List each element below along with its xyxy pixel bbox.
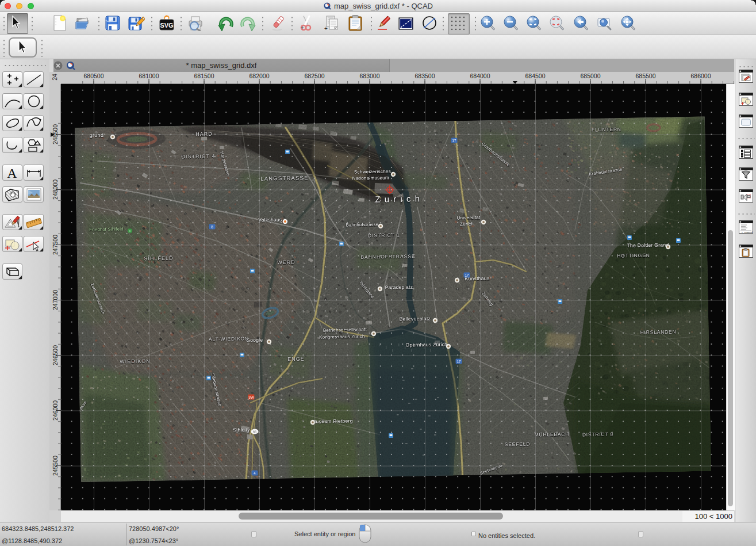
svg-text:HOTTINGEN: HOTTINGEN [617, 253, 650, 259]
svg-text:+: + [129, 229, 131, 232]
svg-text:Schweizerisches: Schweizerisches [354, 169, 391, 174]
svg-text:683500: 683500 [415, 72, 435, 79]
svg-text:Bellevueplatz: Bellevueplatz [400, 316, 431, 322]
svg-text:FLUNTERN: FLUNTERN [592, 127, 621, 133]
svg-text:Kongresshaus Zürich: Kongresshaus Zürich [319, 334, 365, 339]
svg-text:DISTRICT 1: DISTRICT 1 [368, 232, 400, 238]
svg-text:BAHNHOFSTRASSE: BAHNHOFSTRASSE [360, 253, 415, 260]
svg-text:A: A [7, 166, 17, 181]
svg-text:682500: 682500 [304, 72, 324, 79]
svg-text:HARD: HARD [195, 131, 213, 138]
svg-text:686000: 686000 [690, 72, 711, 79]
svg-text:Friedhof Sihlfeld: Friedhof Sihlfeld [89, 227, 123, 232]
svg-text:WERD: WERD [277, 259, 296, 266]
svg-text:Museum Rietberg: Museum Rietberg [312, 418, 353, 424]
svg-text:3W: 3W [248, 395, 255, 399]
svg-text:ALT-WIEDIKON: ALT-WIEDIKON [209, 335, 249, 342]
svg-text:+: + [324, 25, 328, 32]
svg-text:684500: 684500 [525, 72, 545, 79]
svg-text:682000: 682000 [249, 72, 269, 79]
svg-text:DISTRICT 4: DISTRICT 4 [181, 153, 215, 159]
svg-text:SVG: SVG [160, 22, 173, 29]
svg-text:4: 4 [254, 471, 256, 475]
svg-text:Volkshaus: Volkshaus [258, 217, 282, 223]
svg-text:SEEFELD: SEEFELD [505, 441, 531, 448]
svg-text:Bahnhofstrasse: Bahnhofstrasse [346, 222, 378, 228]
svg-text:681500: 681500 [194, 72, 214, 79]
svg-text:HIRSLANDEN: HIRSLANDEN [640, 329, 676, 335]
svg-text:17: 17 [452, 138, 456, 142]
svg-text:Betriebsgesellschaft: Betriebsgesellschaft [323, 327, 367, 333]
svg-text:Paradeplatz: Paradeplatz [385, 284, 413, 291]
svg-text:17: 17 [465, 273, 469, 277]
svg-text:683000: 683000 [359, 72, 379, 79]
svg-text:685500: 685500 [635, 72, 655, 79]
svg-text:MÜHLEBACH: MÜHLEBACH [535, 431, 570, 437]
svg-text:DISTRICT 8: DISTRICT 8 [582, 432, 613, 438]
svg-text:Opernhaus Zürich: Opernhaus Zürich [405, 341, 447, 348]
svg-text:+: + [301, 25, 304, 31]
svg-text:WIEDIKON: WIEDIKON [120, 358, 151, 365]
svg-text:The Dolder Grand: The Dolder Grand [627, 242, 669, 248]
svg-text:246500: 246500 [52, 345, 59, 365]
svg-text:247500: 247500 [52, 235, 59, 255]
svg-text:grund: grund [90, 132, 104, 138]
svg-text:246000: 246000 [52, 400, 59, 421]
svg-text:245500: 245500 [52, 456, 59, 476]
svg-text:Universität: Universität [456, 215, 481, 221]
svg-text:17: 17 [456, 360, 461, 364]
svg-text:66: 66 [253, 430, 256, 433]
svg-text:Sihlcity: Sihlcity [233, 427, 250, 433]
svg-text:681000: 681000 [139, 72, 159, 79]
svg-text:Nationalmuseum: Nationalmuseum [352, 175, 389, 181]
svg-text:684000: 684000 [470, 72, 490, 79]
svg-text:LANGSTRASSE: LANGSTRASSE [260, 174, 309, 181]
svg-text:SIHLFELD: SIHLFELD [144, 255, 173, 262]
svg-text:8: 8 [211, 225, 213, 229]
svg-text:247000: 247000 [52, 290, 59, 310]
svg-text:ENGE: ENGE [287, 356, 305, 362]
svg-text:Zürich: Zürich [460, 222, 474, 227]
svg-text:680500: 680500 [83, 72, 103, 79]
svg-text:685000: 685000 [580, 72, 600, 79]
svg-text:Z u r i c h: Z u r i c h [375, 193, 420, 204]
svg-text:c command: c command [742, 231, 753, 234]
svg-text:248000: 248000 [52, 180, 59, 200]
